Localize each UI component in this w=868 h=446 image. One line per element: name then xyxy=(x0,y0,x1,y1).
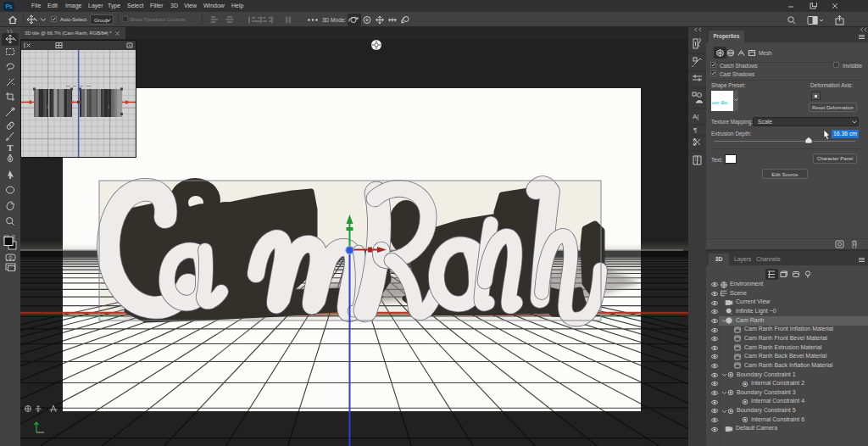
svg-text:am Ra: am Ra xyxy=(712,99,728,106)
svg-text:T: T xyxy=(7,142,14,153)
svg-text:A|: A| xyxy=(693,113,698,120)
svg-text:Ps: Ps xyxy=(6,3,13,9)
svg-text:¶: ¶ xyxy=(693,126,697,134)
